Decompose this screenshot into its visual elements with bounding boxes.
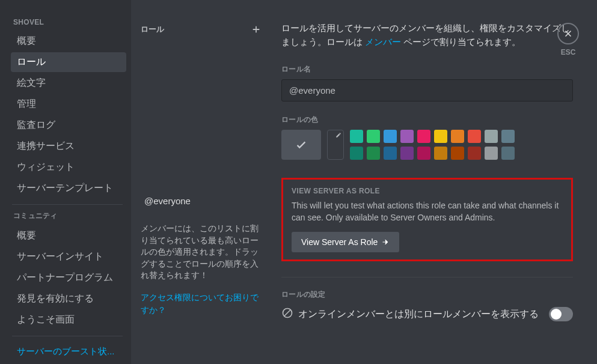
role-everyone[interactable]: @everyone (141, 191, 261, 211)
sidebar-item-moderation[interactable]: 管理 (11, 94, 126, 114)
sidebar-divider (12, 204, 123, 205)
color-swatch[interactable] (485, 130, 498, 143)
sidebar-item-partner[interactable]: パートナープログラム (11, 268, 126, 288)
permissions-help-link[interactable]: アクセス権限についてお困りですか？ (141, 291, 261, 317)
close-button[interactable] (557, 23, 579, 44)
color-swatch[interactable] (417, 147, 430, 160)
color-swatch[interactable] (384, 147, 397, 160)
svg-line-1 (284, 310, 290, 316)
color-swatch[interactable] (468, 147, 481, 160)
color-swatch[interactable] (384, 130, 397, 143)
color-picker-button[interactable] (327, 130, 344, 160)
color-swatch[interactable] (367, 147, 380, 160)
role-name-label: ロール名 (281, 64, 573, 74)
sidebar-item-comm-overview[interactable]: 概要 (11, 226, 126, 246)
close-area: ESC (557, 23, 579, 56)
color-swatch[interactable] (400, 147, 414, 160)
role-settings-label: ロールの設定 (281, 290, 573, 300)
view-as-role-section: VIEW SERVER AS ROLE This will let you te… (281, 178, 573, 261)
roles-hint: メンバーには、このリストに割り当てられている最も高いロールの色が適用されます。ド… (141, 223, 261, 282)
color-swatch[interactable] (501, 130, 515, 143)
view-server-as-role-button[interactable]: View Server As Role (292, 232, 399, 252)
role-color-label: ロールの色 (281, 115, 573, 125)
role-name-input[interactable] (281, 79, 573, 102)
display-separately-toggle[interactable] (549, 307, 573, 321)
sidebar-item-discovery[interactable]: 発見を有効にする (11, 289, 126, 309)
color-swatch[interactable] (451, 147, 464, 160)
intro-text: ロールを活用してサーバーのメンバーを組織し、権限をカスタマイズしましょう。ロール… (281, 22, 573, 49)
color-swatch[interactable] (434, 130, 447, 143)
view-as-role-heading: VIEW SERVER AS ROLE (292, 187, 563, 195)
add-role-icon[interactable] (251, 25, 261, 34)
roles-title: ロール (141, 24, 164, 35)
color-swatch[interactable] (350, 130, 363, 143)
close-label: ESC (561, 48, 576, 56)
sidebar-item-template[interactable]: サーバーテンプレート (11, 178, 126, 198)
color-preview (281, 130, 321, 160)
sidebar-boost-link[interactable]: サーバーのブースト状... (11, 342, 126, 361)
sidebar: SHOVEL 概要 ロール 絵文字 管理 監査ログ 連携サービス ウィジェット … (0, 0, 131, 364)
color-swatch[interactable] (417, 130, 430, 143)
sidebar-header-community: コミュニティ (11, 211, 126, 221)
main-divider (281, 277, 573, 278)
sidebar-item-integrations[interactable]: 連携サービス (11, 136, 126, 156)
members-link[interactable]: メンバー (365, 37, 401, 47)
color-swatch[interactable] (468, 130, 481, 143)
color-swatch[interactable] (485, 147, 498, 160)
color-swatch[interactable] (434, 147, 447, 160)
sidebar-item-audit[interactable]: 監査ログ (11, 115, 126, 135)
color-swatch[interactable] (350, 147, 363, 160)
sidebar-item-emoji[interactable]: 絵文字 (11, 73, 126, 93)
color-swatch[interactable] (501, 147, 515, 160)
sidebar-item-roles[interactable]: ロール (11, 52, 126, 72)
sidebar-item-welcome[interactable]: ようこそ画面 (11, 310, 126, 330)
color-swatch[interactable] (367, 130, 380, 143)
color-swatches (350, 130, 515, 160)
display-separately-label: オンラインメンバーとは別にロールメンバーを表示する (281, 307, 540, 321)
color-swatch[interactable] (451, 130, 464, 143)
view-as-role-desc: This will let you test what actions this… (292, 200, 563, 223)
prohibit-icon (281, 307, 293, 319)
sidebar-item-insights[interactable]: サーバーインサイト (11, 247, 126, 267)
roles-column: ロール @everyone メンバーには、このリストに割り当てられている最も高い… (131, 0, 271, 364)
sidebar-item-widget[interactable]: ウィジェット (11, 157, 126, 177)
sidebar-item-overview[interactable]: 概要 (11, 31, 126, 51)
sidebar-divider-2 (12, 336, 123, 336)
main-content: ロールを活用してサーバーのメンバーを組織し、権限をカスタマイズしましょう。ロール… (271, 0, 597, 364)
sidebar-header-server: SHOVEL (11, 18, 126, 26)
color-swatch[interactable] (400, 130, 414, 143)
